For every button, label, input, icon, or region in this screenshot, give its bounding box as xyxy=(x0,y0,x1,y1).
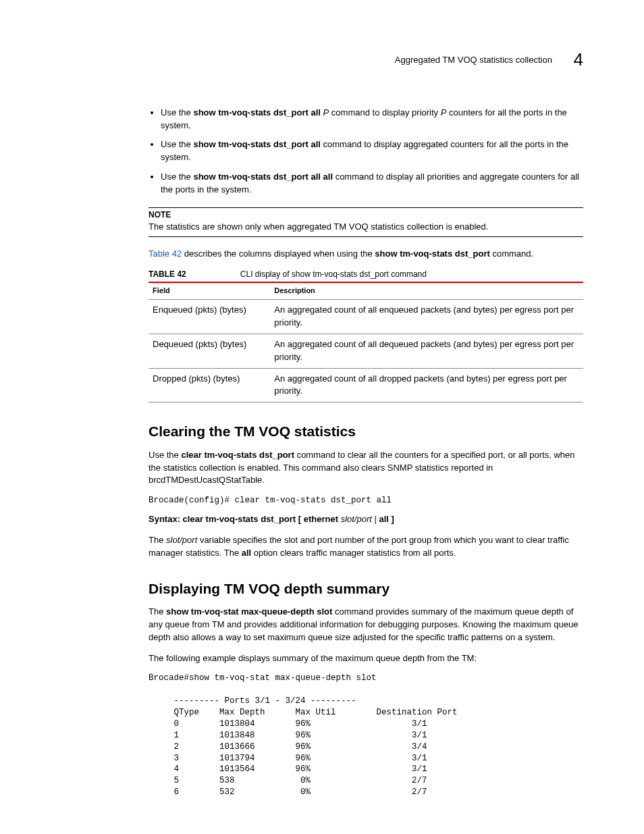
page-content: Use the show tm-voq-stats dst_port all P… xyxy=(149,107,583,798)
table-row: Dequeued (pkts) (bytes) An aggregated co… xyxy=(149,334,583,368)
note-label: NOTE xyxy=(149,207,583,221)
clearing-desc: Use the clear tm-voq-stats dst_port comm… xyxy=(149,449,583,488)
syntax-line: Syntax: clear tm-voq-stats dst_port [ et… xyxy=(149,513,583,526)
chapter-number: 4 xyxy=(574,49,583,70)
note-text: The statistics are shown only when aggre… xyxy=(149,221,583,237)
data-table: Field Description Enqueued (pkts) (bytes… xyxy=(149,282,583,402)
page-header: Aggregated TM VOQ statistics collection … xyxy=(61,47,583,73)
header-title: Aggregated TM VOQ statistics collection xyxy=(395,55,552,65)
bullet-item: Use the show tm-voq-stats dst_port all c… xyxy=(161,138,583,164)
table-row: Enqueued (pkts) (bytes) An aggregated co… xyxy=(149,300,583,334)
bullet-list: Use the show tm-voq-stats dst_port all P… xyxy=(149,107,583,197)
depth-desc: The show tm-voq-stat max-queue-depth slo… xyxy=(149,606,583,644)
bullet-item: Use the show tm-voq-stats dst_port all P… xyxy=(161,107,583,132)
table-42: TABLE 42CLI display of show tm-voq-stats… xyxy=(149,269,583,402)
code-depth: Brocade#show tm-voq-stat max-queue-depth… xyxy=(149,673,583,798)
table-caption: TABLE 42CLI display of show tm-voq-stats… xyxy=(149,269,583,280)
table-intro: Table 42 describes the columns displayed… xyxy=(149,248,583,261)
section-clearing: Clearing the TM VOQ statistics xyxy=(149,421,583,442)
table-link[interactable]: Table 42 xyxy=(149,249,182,259)
depth-example-intro: The following example displays summary o… xyxy=(149,652,583,665)
bullet-item: Use the show tm-voq-stats dst_port all a… xyxy=(161,171,583,197)
note-block: NOTE The statistics are shown only when … xyxy=(149,207,583,237)
clearing-vars: The slot/port variable specifies the slo… xyxy=(149,534,583,560)
section-depth: Displaying TM VOQ depth summary xyxy=(149,579,583,599)
code-clear: Brocade(config)# clear tm-voq-stats dst_… xyxy=(149,495,583,506)
th-field: Field xyxy=(149,282,270,299)
th-desc: Description xyxy=(270,282,583,299)
table-row: Dropped (pkts) (bytes) An aggregated cou… xyxy=(149,368,583,402)
